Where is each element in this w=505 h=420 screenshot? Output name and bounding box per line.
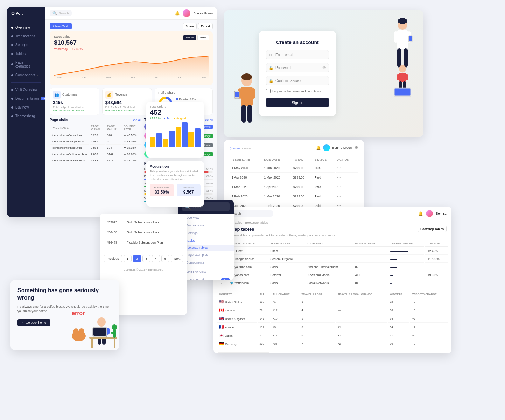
page-3-button[interactable]: 3 bbox=[142, 255, 150, 262]
email-input[interactable] bbox=[266, 50, 329, 59]
svg-rect-7 bbox=[241, 105, 246, 122]
orders-label: Total orders bbox=[150, 105, 201, 108]
sidebar-item-tables[interactable]: Tables bbox=[7, 49, 45, 58]
export-button[interactable]: Export bbox=[198, 23, 213, 29]
acq-metrics: Bounce Rate 33.50% Sessions 9,567 bbox=[150, 184, 201, 196]
svg-rect-4 bbox=[241, 87, 253, 106]
traffic-label: Traffic Share bbox=[158, 91, 210, 94]
confirm-input[interactable] bbox=[266, 76, 329, 85]
invoice-row-4: 1 Feb 20201 Mar 2020$799.00 Paid ••• bbox=[230, 192, 358, 201]
country-row-1: 🇺🇸United States 108 +1 3 — 32 +3 bbox=[217, 298, 448, 306]
svg-rect-23 bbox=[397, 74, 399, 80]
svg-rect-22 bbox=[399, 73, 406, 82]
avatar-inv bbox=[323, 144, 330, 151]
action-dots-1[interactable]: ••• bbox=[337, 166, 341, 170]
bootstrap-tables-card: 🔍 🔔 Bonni... ⬡ Home › Tables › Bootstrap… bbox=[213, 206, 451, 354]
bs-export-button[interactable]: Bootstrap Tables bbox=[418, 226, 447, 232]
bounce-rate-label: Bounce Rate bbox=[152, 186, 172, 189]
svg-point-33 bbox=[97, 317, 106, 327]
bell-icon[interactable]: 🔔 bbox=[175, 11, 180, 16]
share-button[interactable]: Share bbox=[183, 23, 197, 29]
orders-value: 452 bbox=[150, 108, 201, 117]
bs-breadcrumb: ⬡ Home › Tables › Bootstrap tables bbox=[213, 219, 451, 224]
eye-icon[interactable]: 👁 bbox=[322, 66, 326, 70]
dashboard-header: 🔍 Search 🔔 Bonnie Green bbox=[45, 7, 217, 20]
svg-point-18 bbox=[398, 18, 407, 24]
page-visits-title: Page visits bbox=[50, 118, 68, 122]
sales-yesterday: Yesterday bbox=[54, 47, 68, 51]
team-see-all[interactable]: See all bbox=[203, 118, 213, 122]
prev-button[interactable]: Previous bbox=[104, 255, 122, 262]
svg-rect-40 bbox=[91, 339, 93, 348]
svg-rect-6 bbox=[251, 88, 255, 99]
new-task-button[interactable]: + New Task bbox=[50, 23, 72, 29]
action-dots-3[interactable]: ••• bbox=[337, 185, 341, 189]
username: Bonnie Green bbox=[193, 12, 213, 15]
invoices-user: 🔔 Bonnie Green bbox=[316, 144, 352, 151]
bs-subtitle: Dozens of reusable components built to p… bbox=[213, 233, 451, 240]
orders-card: Total orders 452 +19.2% ● Jan ● August bbox=[146, 102, 204, 158]
customers-change: +18.2% Since last month bbox=[53, 109, 96, 112]
sidebar-item-components[interactable]: Components › bbox=[7, 71, 45, 79]
period-week-btn[interactable]: Week bbox=[197, 35, 209, 40]
sidebar-item-settings[interactable]: Settings bbox=[7, 41, 45, 49]
traffic-row-5: 5 🐦 twitter.com Social Social Networks 8… bbox=[217, 280, 448, 287]
bell-icon-bs[interactable]: 🔔 bbox=[418, 211, 423, 216]
sidebar-link-themesberg[interactable]: Themesberg bbox=[7, 112, 45, 120]
next-button[interactable]: Next bbox=[171, 255, 184, 262]
go-home-button[interactable]: ← Go back home bbox=[17, 319, 50, 326]
svg-text:error: error bbox=[72, 310, 85, 316]
sidebar-item-page-examples[interactable]: Page examples › bbox=[7, 58, 45, 71]
customers-value: 345k bbox=[53, 100, 96, 105]
password-field-wrap: 🔒 👁 bbox=[266, 63, 329, 72]
sidebar-link-buy[interactable]: Buy now bbox=[7, 103, 45, 112]
sidebar-item-overview[interactable]: Overview bbox=[7, 23, 45, 32]
sidebar-link-docs[interactable]: DocumentationNEW bbox=[7, 94, 45, 103]
gear-icon[interactable]: ⚙ bbox=[355, 145, 358, 150]
bs-search-input[interactable] bbox=[227, 210, 273, 217]
sessions-value: 9,567 bbox=[178, 190, 199, 195]
invoices-breadcrumb: ⬡ Home › Tables bbox=[230, 145, 252, 151]
password-input[interactable] bbox=[266, 63, 329, 72]
country-table-wrap: COUNTRY ALL ALL CHANGE TRAVEL & LOCAL TR… bbox=[213, 288, 451, 349]
page-4-button[interactable]: 4 bbox=[152, 255, 160, 262]
avatar[interactable] bbox=[183, 9, 190, 17]
action-dots-2[interactable]: ••• bbox=[337, 176, 341, 179]
svg-rect-28 bbox=[395, 89, 411, 96]
country-row-6: 🇩🇪Germany 220 +36 7 +2 30 +2 bbox=[217, 340, 448, 348]
signin-button[interactable]: Sign in bbox=[266, 98, 329, 107]
svg-rect-14 bbox=[394, 31, 398, 43]
bs-header: 🔍 🔔 Bonni... bbox=[213, 206, 451, 219]
sidebar-item-transactions[interactable]: Transactions bbox=[7, 32, 45, 41]
period-month-btn[interactable]: Month bbox=[183, 35, 196, 40]
country-row-5: 🇯🇵Japan 115 +12 6 +1 37 +5 bbox=[217, 332, 448, 340]
title-row: + New Task Share Export bbox=[50, 23, 213, 29]
search-bar[interactable]: 🔍 Search bbox=[50, 10, 72, 16]
col-issue-date: ISSUE DATE bbox=[230, 155, 262, 163]
sales-change-pct: +12.67% bbox=[70, 47, 83, 51]
svg-rect-46 bbox=[111, 332, 115, 334]
bs-footer: Copyright © 2019-2020 Themesberg About T… bbox=[213, 350, 451, 354]
orders-change: +19.2% ● Jan ● August bbox=[150, 117, 201, 120]
action-dots-4[interactable]: ••• bbox=[337, 195, 341, 198]
orders-bar-chart bbox=[150, 122, 201, 147]
svg-rect-39 bbox=[89, 337, 117, 339]
country-row-2: 🇨🇦Canada 76 +17 4 — 30 +3 bbox=[217, 307, 448, 314]
traffic-row-2: 2 🔴 Google Search Search / Organic — — +… bbox=[217, 255, 448, 263]
search-placeholder: Search bbox=[59, 12, 69, 15]
bell-icon-inv[interactable]: 🔔 bbox=[316, 146, 321, 150]
terms-checkbox[interactable] bbox=[266, 89, 271, 93]
page-5-button[interactable]: 5 bbox=[161, 255, 169, 262]
lock-confirm-icon: 🔒 bbox=[269, 78, 274, 83]
sidebar-link-visit[interactable]: Visit Overview bbox=[7, 85, 45, 94]
email-icon: ✉ bbox=[269, 52, 272, 57]
page-visits-section: Page visits See all PAGE NAME PAGE VIEWS… bbox=[50, 118, 141, 204]
col-status: STATUS bbox=[313, 155, 335, 163]
page-1-button[interactable]: 1 bbox=[124, 255, 132, 262]
page-visits-see-all[interactable]: See all bbox=[132, 118, 141, 122]
table-row: /demos/demo/models.html1,483$319▼ 32.24% bbox=[50, 158, 141, 163]
revenue-period: Feb 1 - Apr 1 Worldwide bbox=[105, 106, 149, 109]
bs-title-row: Bootstrap tables Bootstrap Tables bbox=[213, 224, 451, 233]
bs-footer-text: Copyright © 2019-2020 Themesberg bbox=[218, 352, 269, 354]
page-2-button[interactable]: 2 bbox=[133, 255, 141, 262]
